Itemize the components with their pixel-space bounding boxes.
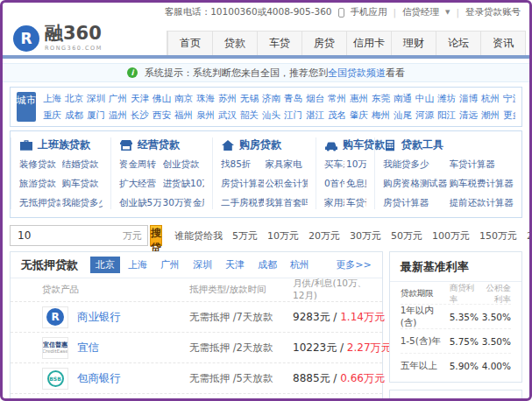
city-link[interactable]: 淄博 xyxy=(459,93,478,105)
nav-item[interactable]: 房贷 xyxy=(301,32,346,55)
category-link[interactable]: 扩大经营 xyxy=(119,178,161,190)
quick-amount-link[interactable]: 30万元 xyxy=(350,229,381,243)
city-link[interactable]: 湛江 xyxy=(306,109,324,122)
mobile-app-link[interactable]: 手机应用 xyxy=(351,6,387,18)
city-tab[interactable]: 成都 xyxy=(252,257,282,273)
city-link[interactable]: 珠海 xyxy=(196,93,215,105)
city-link[interactable]: 西安 xyxy=(153,109,171,122)
city-link[interactable]: 江门 xyxy=(284,109,302,122)
category-link[interactable]: 二手房税费 xyxy=(221,197,264,209)
city-link[interactable]: 成都 xyxy=(65,109,83,122)
city-link[interactable]: 南京 xyxy=(174,93,193,105)
city-tab[interactable]: 上海 xyxy=(123,257,153,273)
city-link[interactable]: 温州 xyxy=(109,109,127,122)
category-link[interactable]: 创业缺5万 xyxy=(119,197,161,209)
category-link[interactable]: 购车贷款 xyxy=(62,178,103,190)
city-link[interactable]: 汕头 xyxy=(262,109,280,122)
city-link[interactable]: 佛山 xyxy=(153,93,171,105)
quick-amount-link[interactable]: 10万元 xyxy=(267,229,299,243)
bank-name-link[interactable]: 宜信 xyxy=(77,341,99,355)
category-link[interactable]: 结婚贷款 xyxy=(62,158,103,171)
nav-item[interactable]: 首页 xyxy=(167,32,212,55)
category-link[interactable]: 房贷计算器 xyxy=(383,197,448,209)
category-link[interactable]: 房贷计算器 xyxy=(221,178,264,190)
city-link[interactable]: 韶关 xyxy=(240,109,259,122)
category-title[interactable]: 上班族贷款 xyxy=(38,137,90,152)
category-link[interactable]: 30万资金周转 xyxy=(163,197,205,209)
bank-name-link[interactable]: 商业银行 xyxy=(77,310,121,325)
category-link[interactable]: 我能贷多少 xyxy=(62,197,103,209)
city-tab[interactable]: 天津 xyxy=(220,257,250,273)
category-link[interactable]: 找85折 xyxy=(221,158,264,171)
city-tab[interactable]: 北京 xyxy=(90,257,120,273)
login-link[interactable]: 登录贷款账号 xyxy=(465,6,521,18)
quick-amount-link[interactable]: 100万元 xyxy=(432,229,470,243)
city-link[interactable]: 茂名 xyxy=(328,109,346,122)
category-title[interactable]: 购房贷款 xyxy=(239,137,281,152)
category-link[interactable]: 提前还款计算器 xyxy=(450,197,514,209)
city-link[interactable]: 阳江 xyxy=(437,109,456,122)
bank-name-link[interactable]: 包商银行 xyxy=(77,371,121,386)
quick-amount-link[interactable]: 5万元 xyxy=(232,229,258,243)
city-link[interactable]: 常州 xyxy=(328,93,346,105)
city-link[interactable]: 北京 xyxy=(65,93,83,105)
quick-amount-link[interactable]: 20万元 xyxy=(309,229,340,243)
city-link[interactable]: 潮州 xyxy=(481,109,500,122)
city-link[interactable]: 武汉 xyxy=(218,109,237,122)
city-link[interactable]: 厦门 xyxy=(87,109,105,122)
quick-amount-link[interactable]: 150万元 xyxy=(479,229,517,243)
quick-amount-link[interactable]: 谁能贷给我 xyxy=(174,229,223,243)
category-link[interactable]: 车贷计算器 xyxy=(346,197,366,209)
nav-item[interactable]: 资讯 xyxy=(480,32,525,55)
category-link[interactable]: 进货缺10万 xyxy=(163,178,205,190)
category-link[interactable]: 我能贷多少 xyxy=(383,158,448,171)
city-link[interactable]: 中山 xyxy=(415,93,434,105)
nav-item[interactable]: 理财 xyxy=(391,32,436,55)
city-link[interactable]: 汕尾 xyxy=(394,109,412,122)
logo[interactable]: R 融360 RONG360.COM xyxy=(13,25,103,52)
category-link[interactable]: 创业贷款 xyxy=(163,158,205,171)
city-link[interactable]: 惠州 xyxy=(350,93,368,105)
city-link[interactable]: 深圳 xyxy=(87,93,105,105)
city-link[interactable]: 潍坊 xyxy=(437,93,456,105)
quick-amount-link[interactable]: 200万元 xyxy=(527,229,532,243)
quick-amount-link[interactable]: 50万元 xyxy=(391,229,422,243)
category-link[interactable]: 0首付购车贷 xyxy=(324,178,344,190)
city-link[interactable]: 烟台 xyxy=(306,93,324,105)
city-link[interactable]: 南通 xyxy=(394,93,412,105)
category-link[interactable]: 公积金计算器 xyxy=(266,178,309,190)
city-link[interactable]: 梅州 xyxy=(372,109,390,122)
category-link[interactable]: 10万汽车贷 xyxy=(346,158,366,171)
category-link[interactable]: 免息购车贷 xyxy=(346,178,366,190)
city-link[interactable]: 长沙 xyxy=(131,109,149,122)
category-link[interactable]: 购车税费计算器 xyxy=(450,178,514,190)
category-link[interactable]: 购房资格测试器 xyxy=(383,178,448,190)
city-link[interactable]: 宁波 xyxy=(503,93,515,105)
city-link[interactable]: 青岛 xyxy=(284,93,302,105)
city-link[interactable]: 河源 xyxy=(415,109,434,122)
search-loan-button[interactable]: 搜贷款 xyxy=(150,225,162,246)
city-link[interactable]: 东莞 xyxy=(372,93,390,105)
city-link[interactable]: 广州 xyxy=(109,93,127,105)
city-link[interactable]: 清远 xyxy=(459,109,478,122)
city-tab[interactable]: 广州 xyxy=(155,257,185,273)
category-link[interactable]: 买车差5万 xyxy=(324,158,344,171)
city-tab[interactable]: 深圳 xyxy=(188,257,217,273)
city-link[interactable]: 济南 xyxy=(262,93,280,105)
category-link[interactable]: 家用新车 xyxy=(324,197,344,209)
credit-manager-link[interactable]: 信贷经理 xyxy=(402,6,439,18)
city-link[interactable]: 泉州 xyxy=(196,109,215,122)
city-link[interactable]: 肇庆 xyxy=(350,109,368,122)
category-title[interactable]: 贷款工具 xyxy=(401,137,443,152)
nav-item[interactable]: 信用卡 xyxy=(346,32,391,55)
city-link[interactable]: 福州 xyxy=(174,109,193,122)
nav-item[interactable]: 贷款 xyxy=(212,32,257,55)
city-link[interactable]: 上海 xyxy=(43,93,61,105)
nav-item[interactable]: 论坛 xyxy=(436,32,480,55)
city-link[interactable]: 苏州 xyxy=(218,93,237,105)
category-link[interactable]: 资金周转 xyxy=(119,158,161,171)
category-link[interactable]: 旅游贷款 xyxy=(19,178,60,190)
category-link[interactable]: 车贷计算器 xyxy=(450,158,514,171)
nav-item[interactable]: 车贷 xyxy=(257,32,301,55)
city-link[interactable]: 重庆 xyxy=(43,109,61,122)
